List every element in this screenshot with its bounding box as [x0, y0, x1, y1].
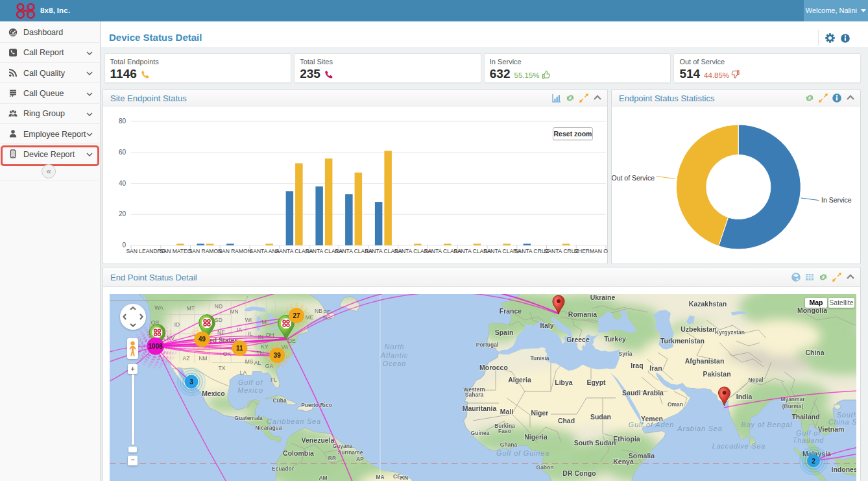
svg-text:WI: WI [245, 317, 252, 323]
svg-text:Indonesia: Indonesia [831, 465, 856, 473]
svg-text:South Sudan: South Sudan [574, 439, 616, 447]
svg-text:Myanmar: Myanmar [780, 396, 805, 402]
svg-text:RR: RR [328, 455, 336, 462]
svg-text:27: 27 [293, 312, 300, 319]
svg-text:Kenya: Kenya [613, 458, 634, 465]
svg-text:Thailand: Thailand [793, 436, 825, 444]
svg-text:Guatemala: Guatemala [234, 415, 263, 421]
svg-text:Kazakhstan: Kazakhstan [689, 300, 727, 308]
svg-text:SD: SD [215, 317, 223, 323]
svg-text:Venezuela: Venezuela [302, 436, 335, 444]
svg-text:Romania: Romania [568, 310, 597, 318]
svg-text:Oman: Oman [668, 401, 683, 408]
svg-text:ND: ND [215, 303, 223, 310]
svg-text:DR Congo: DR Congo [562, 469, 596, 477]
svg-text:40: 40 [119, 180, 127, 187]
svg-text:Caribbean Sea: Caribbean Sea [267, 417, 321, 425]
svg-text:Pakistan: Pakistan [703, 370, 730, 378]
svg-text:Gulf of Aden: Gulf of Aden [629, 421, 674, 428]
svg-text:Mali: Mali [500, 408, 514, 415]
svg-text:Iraq: Iraq [631, 362, 643, 369]
svg-text:SAN MATEO: SAN MATEO [160, 248, 192, 254]
svg-text:1008: 1008 [149, 343, 163, 350]
svg-text:Atlantic: Atlantic [380, 351, 408, 359]
svg-text:Uzbekistan: Uzbekistan [681, 325, 716, 333]
svg-text:Morocco: Morocco [479, 364, 508, 371]
svg-text:Sudan: Sudan [590, 413, 611, 421]
svg-text:3: 3 [189, 378, 193, 386]
svg-text:39: 39 [274, 352, 282, 359]
svg-text:Arabian Sea: Arabian Sea [677, 425, 722, 432]
svg-text:FL: FL [271, 376, 277, 383]
svg-text:SANTA CRUZ: SANTA CRUZ [544, 248, 579, 254]
svg-text:20: 20 [119, 210, 127, 217]
svg-text:Ethiopia: Ethiopia [613, 435, 640, 443]
svg-text:Ecuador: Ecuador [272, 465, 295, 472]
svg-text:Cuba: Cuba [272, 397, 287, 404]
svg-text:AP: AP [356, 456, 364, 462]
svg-text:AM: AM [319, 475, 327, 481]
svg-text:SAN RAMON: SAN RAMON [189, 248, 222, 254]
svg-text:DE: DE [288, 338, 296, 344]
svg-text:Guyana: Guyana [332, 443, 352, 449]
svg-text:In Service: In Service [821, 196, 852, 204]
svg-text:(Burma): (Burma) [782, 403, 804, 410]
svg-text:NM: NM [199, 355, 207, 362]
svg-text:North: North [385, 343, 405, 351]
svg-text:Greece: Greece [566, 336, 590, 343]
svg-text:Iran: Iran [649, 364, 662, 372]
svg-text:Ocean: Ocean [383, 360, 406, 367]
svg-text:11: 11 [236, 345, 243, 352]
svg-text:India: India [736, 393, 753, 401]
svg-text:Vietnam: Vietnam [818, 425, 845, 433]
svg-text:Nigeria: Nigeria [524, 433, 548, 441]
svg-text:Turkey: Turkey [604, 335, 626, 343]
svg-text:IA: IA [237, 327, 242, 333]
svg-text:RN: RN [400, 475, 408, 481]
svg-text:Portugal: Portugal [476, 341, 498, 348]
svg-text:Gulf of: Gulf of [238, 378, 263, 386]
svg-text:Gabon: Gabon [536, 464, 554, 471]
svg-text:Chad: Chad [558, 417, 575, 425]
svg-text:Afghanistan: Afghanistan [685, 357, 725, 365]
svg-text:Egypt: Egypt [586, 378, 606, 386]
svg-text:Saudi Arabia: Saudi Arabia [622, 389, 664, 397]
svg-text:Ukraine: Ukraine [590, 294, 616, 301]
svg-text:SAN RAMON: SAN RAMON [218, 248, 251, 254]
svg-text:ID: ID [175, 321, 180, 328]
svg-text:WA: WA [154, 304, 163, 311]
svg-text:Puerto Rico: Puerto Rico [301, 402, 332, 408]
svg-text:Laccadive Sea: Laccadive Sea [712, 442, 766, 450]
svg-text:Algeria: Algeria [508, 376, 531, 384]
svg-text:Turkmenistan: Turkmenistan [660, 337, 705, 345]
svg-text:Kyrgyzstan: Kyrgyzstan [715, 329, 745, 336]
svg-text:80: 80 [119, 117, 127, 125]
svg-text:Bay of Bengal: Bay of Bengal [741, 421, 793, 428]
svg-text:Mexico: Mexico [237, 386, 263, 394]
svg-text:Nepal: Nepal [748, 376, 763, 383]
svg-text:2: 2 [812, 458, 815, 465]
svg-text:Colombia: Colombia [283, 449, 314, 457]
svg-text:Syria: Syria [619, 351, 633, 357]
svg-text:AL: AL [254, 360, 261, 366]
svg-text:Thailand: Thailand [791, 413, 819, 421]
svg-text:Niger: Niger [531, 409, 549, 417]
svg-text:MI: MI [261, 319, 267, 325]
svg-text:MS: MS [245, 358, 254, 365]
svg-text:LA: LA [240, 369, 247, 376]
svg-text:Guinea: Guinea [471, 430, 490, 436]
svg-text:MA: MA [376, 474, 384, 480]
svg-text:Out of Service: Out of Service [612, 174, 655, 182]
svg-text:France: France [500, 307, 522, 315]
svg-text:AZ: AZ [183, 355, 190, 362]
svg-text:NB: NB [315, 308, 322, 314]
svg-text:Sahara: Sahara [465, 391, 484, 398]
svg-text:MN: MN [230, 308, 238, 315]
svg-text:Tunisia: Tunisia [530, 355, 549, 362]
svg-text:MT: MT [187, 305, 195, 312]
svg-text:Libya: Libya [555, 378, 573, 386]
svg-text:Mauritania: Mauritania [463, 404, 497, 412]
svg-text:TX: TX [219, 365, 226, 371]
svg-text:China Sea: China Sea [828, 418, 856, 426]
svg-text:Italy: Italy [540, 321, 553, 329]
